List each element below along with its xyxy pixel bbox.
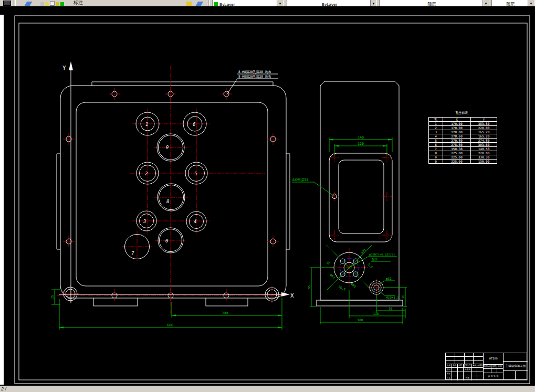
- lineweight-combobox-value: 随层: [380, 1, 482, 6]
- hole-number: 1: [145, 122, 148, 127]
- layer-plot-icon[interactable]: [56, 2, 59, 6]
- hole-number: 3: [143, 219, 146, 224]
- linetype-combobox[interactable]: ByLayer ▼: [287, 0, 377, 6]
- current-layer-label: 标注: [74, 0, 83, 6]
- m6-callout: 6XM6深13: [292, 178, 334, 196]
- make-layer-current-icon[interactable]: [185, 0, 193, 6]
- title-block-middle: HT200 阶段标记 质量 比例 共 张 第 张: [484, 353, 503, 379]
- table-row: 8225.00220.00: [429, 151, 497, 155]
- table-row: 3170.00165.20: [429, 130, 497, 134]
- plotstyle-combobox[interactable]: 随层 ▼: [491, 0, 534, 6]
- layer-freeze-icon[interactable]: [45, 2, 49, 6]
- sheet-border-inner: [19, 23, 527, 380]
- plate-left-tab: [57, 154, 60, 249]
- material-label: HT200: [489, 357, 497, 360]
- ang-dim: 36.5: [338, 285, 347, 292]
- table-row: 7150.38149.58: [429, 147, 497, 151]
- color-combobox[interactable]: ByLayer ▼: [212, 0, 284, 6]
- dim-180: 180: [358, 318, 363, 322]
- color-swatch-icon: [214, 2, 218, 6]
- drawing-canvas[interactable]: 1 6 9 2 5 8 3 4 0 7 8-M8深20孔深28 均布 8-M8深…: [0, 6, 535, 386]
- x-axis-arrow: [281, 292, 290, 296]
- hole-number: 2: [145, 171, 148, 176]
- callout-text: 8-M8深20孔深28 均布: [238, 75, 271, 79]
- side-centerlines: [330, 153, 392, 296]
- table-row: 6278.60303.60: [429, 143, 497, 147]
- dia-label: φ32: [386, 277, 392, 281]
- chevron-down-icon[interactable]: ▼: [528, 0, 534, 6]
- cad-drawing[interactable]: 1 6 9 2 5 8 3 4 0 7 8-M8深20孔深28 均布 8-M8深…: [0, 6, 535, 386]
- drawing-title: 主轴箱体加工图: [506, 365, 526, 368]
- y-axis-arrow: [69, 61, 73, 70]
- layer-color-swatch[interactable]: [60, 2, 64, 6]
- plotstyle-combobox-value: 随层: [492, 1, 528, 6]
- hole-number: 4: [194, 219, 196, 224]
- title-block: 标记 处数 分区 更改文件号 签名 年月日 设计 标准化 审核: [445, 353, 527, 380]
- hole-number: 9: [166, 145, 169, 150]
- revision-grid: 标记 处数 分区 更改文件号 签名 年月日 设计 标准化 审核: [446, 353, 484, 379]
- sheet-count-label: 共 张 第 张: [488, 375, 499, 377]
- side-outline: [320, 81, 399, 300]
- plate-outline: [60, 86, 286, 298]
- table-row: 4278.60165.20: [429, 134, 497, 139]
- hole-number: 6: [193, 122, 195, 127]
- bore-callout: 配作: [372, 258, 378, 261]
- ang-dim: 5.5: [367, 262, 374, 269]
- coord-header: Y: [471, 118, 497, 122]
- hole-number: 7: [131, 251, 134, 256]
- toolbar-separator: [14, 0, 16, 6]
- spindle-bore: φ35H7(+0.025/0) 配作 φ21 35 φ62 36.5 φ50 5…: [326, 245, 397, 291]
- dim-120: 120: [358, 142, 364, 146]
- layout-tabs-bar[interactable]: 2 /: [0, 386, 535, 392]
- layout-tab-label[interactable]: 2 /: [1, 386, 6, 391]
- layer-previous-icon[interactable]: [195, 0, 204, 6]
- y-axis-label: Y: [62, 65, 66, 71]
- layer-on-icon[interactable]: [40, 2, 44, 6]
- layers-icon[interactable]: [24, 0, 33, 6]
- table-row: 9225.00330.30: [429, 155, 497, 160]
- centerlines: [57, 66, 286, 315]
- hole-coordinate-table: 孔坐标表 孔 X Y 1170.00383.80 2170.00220.00 3…: [428, 111, 495, 164]
- plate-right-tab: [286, 154, 290, 249]
- dim-300: 300: [222, 311, 228, 315]
- toolbar: 标注 ByLayer ▼ ByLayer ▼ 随层 ▼ 随层 ▼: [0, 0, 535, 6]
- callout-text: 6XM6深13: [292, 178, 308, 182]
- title-block-right: 主轴箱体加工图: [503, 353, 528, 379]
- coord-header: X: [443, 118, 471, 122]
- app-window-icon[interactable]: [3, 0, 11, 6]
- dim-25: 25: [50, 295, 54, 299]
- dim-95: 95: [307, 285, 311, 289]
- window-inner: [339, 160, 384, 234]
- table-row: 1170.00383.80: [429, 122, 497, 126]
- thread-label: M20×1.5: [386, 295, 400, 299]
- lineweight-combobox[interactable]: 随层 ▼: [379, 0, 489, 6]
- table-row: 5270.80274.80: [429, 139, 497, 143]
- dim-55: 55: [389, 306, 393, 310]
- coord-header: 孔: [429, 118, 443, 122]
- plate-inner-face: [76, 102, 268, 286]
- hole-number: 8: [166, 199, 169, 204]
- dim-140: 140: [358, 135, 364, 140]
- side-base: [317, 300, 403, 306]
- toolbar-separator: [208, 0, 210, 6]
- chevron-down-icon[interactable]: ▼: [370, 0, 376, 6]
- sheet-border-outer: [15, 16, 530, 384]
- plate-top-tab: [92, 82, 273, 86]
- x-axis-label: X: [290, 292, 294, 299]
- chevron-down-icon[interactable]: ▼: [277, 0, 283, 6]
- side-view: φ35H7(+0.025/0) 配作 φ21 35 φ62 36.5 φ50 5…: [292, 81, 407, 324]
- dim-36: 36: [401, 295, 405, 299]
- edge-bolt-holes: [64, 91, 279, 301]
- layer-state-icons[interactable]: [37, 0, 68, 6]
- ucs-axes: Y X: [59, 61, 294, 303]
- hole-number: 5: [194, 171, 197, 176]
- ang-dim: φ21: [360, 248, 368, 255]
- bore-callout: φ35H7(+0.025/0): [369, 253, 395, 257]
- layer-lock-icon[interactable]: [50, 1, 55, 6]
- front-view: 1 6 9 2 5 8 3 4 0 7 8-M8深20孔深28 均布 8-M8深…: [50, 61, 294, 330]
- hole-number: 0: [165, 238, 168, 243]
- coord-table-title: 孔坐标表: [428, 111, 495, 115]
- app-window: 标注 ByLayer ▼ ByLayer ▼ 随层 ▼ 随层 ▼: [0, 0, 535, 392]
- linetype-combobox-value: ByLayer: [287, 2, 370, 6]
- chevron-down-icon[interactable]: ▼: [482, 0, 489, 6]
